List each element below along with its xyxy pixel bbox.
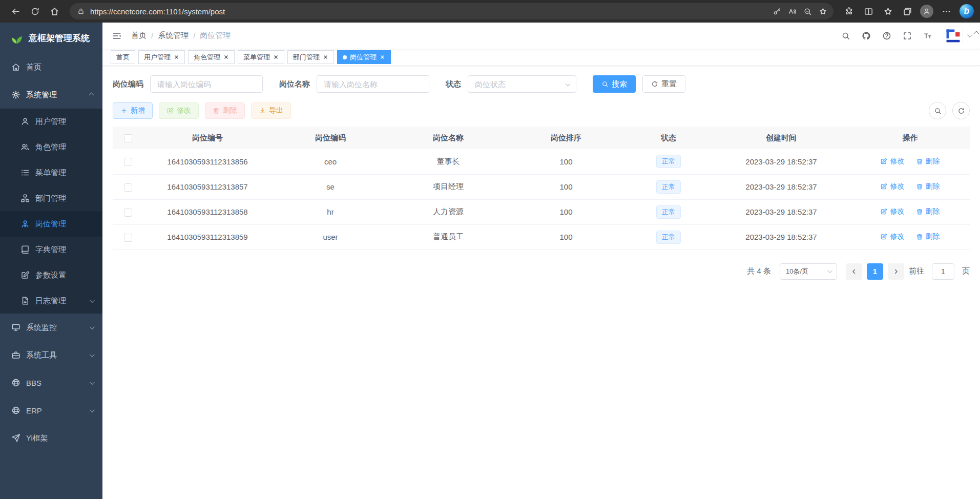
sidebar-item[interactable]: 岗位管理: [0, 211, 102, 237]
sidebar-item[interactable]: BBS: [0, 369, 102, 397]
favorites-bar-icon[interactable]: [879, 2, 897, 20]
tab[interactable]: 首页: [111, 50, 135, 64]
favorite-star-icon[interactable]: [815, 4, 830, 19]
sidebar-item[interactable]: ERP: [0, 397, 102, 424]
tab[interactable]: 角色管理: [188, 50, 235, 64]
cell-post-code: hr: [272, 199, 389, 224]
prev-page-button[interactable]: [846, 263, 862, 280]
next-page-button[interactable]: [888, 263, 904, 280]
row-delete-link[interactable]: 删除: [916, 207, 940, 216]
row-delete-link[interactable]: 删除: [916, 157, 940, 166]
bing-icon[interactable]: b: [960, 4, 974, 18]
zoom-out-icon[interactable]: [800, 4, 815, 19]
tab[interactable]: 菜单管理: [238, 50, 284, 64]
row-delete-link[interactable]: 删除: [916, 232, 940, 241]
app-logo[interactable]: 意框架管理系统: [0, 23, 102, 53]
goto-page-input[interactable]: [932, 263, 954, 280]
sidebar-item[interactable]: 系统监控: [0, 314, 102, 341]
breadcrumb-home[interactable]: 首页: [131, 31, 147, 40]
post-code-input[interactable]: [150, 75, 263, 93]
collections-icon[interactable]: [898, 2, 916, 20]
sidebar-item[interactable]: 部门管理: [0, 185, 102, 211]
export-button[interactable]: 导出: [251, 102, 291, 119]
row-edit-link[interactable]: 修改: [880, 182, 904, 191]
breadcrumb-system[interactable]: 系统管理: [158, 31, 189, 40]
refresh-table-button[interactable]: [952, 102, 970, 119]
split-screen-icon[interactable]: [859, 2, 878, 20]
browser-profile-avatar[interactable]: [918, 2, 936, 20]
browser-refresh-button[interactable]: [26, 2, 44, 20]
tab[interactable]: 岗位管理: [337, 50, 391, 64]
main-panel: 首页 / 系统管理 / 岗位管理: [102, 23, 980, 499]
status-badge: 正常: [656, 205, 681, 219]
user-avatar-menu[interactable]: [944, 26, 971, 45]
sidebar-toggle-icon[interactable]: [112, 31, 122, 41]
table-row: 1641030593112313857 se 项目经理 100 正常 2023-…: [113, 174, 970, 199]
font-size-icon[interactable]: [923, 31, 932, 40]
menu-item-label: 系统管理: [26, 90, 57, 100]
status-select[interactable]: [468, 75, 576, 93]
add-button[interactable]: 新增: [113, 102, 153, 119]
read-aloud-icon[interactable]: [784, 4, 800, 19]
search-button[interactable]: 搜索: [593, 75, 636, 93]
sidebar-item[interactable]: 系统管理: [0, 81, 102, 109]
column-header: 岗位名称: [389, 127, 507, 149]
column-header: 操作: [850, 127, 970, 149]
row-checkbox[interactable]: [124, 209, 132, 217]
sidebar-item[interactable]: 首页: [0, 53, 102, 81]
chevron-icon: [90, 324, 95, 329]
sidebar-item[interactable]: 日志管理: [0, 288, 102, 314]
cell-post-code: ceo: [272, 149, 389, 174]
sidebar-item[interactable]: 角色管理: [0, 134, 102, 160]
tab-close-icon[interactable]: [174, 54, 179, 60]
row-checkbox[interactable]: [124, 183, 132, 192]
status-label: 状态: [446, 79, 461, 89]
sidebar-item[interactable]: 用户管理: [0, 109, 102, 134]
scrollbar-up-arrow-icon[interactable]: [974, 32, 978, 36]
tab[interactable]: 部门管理: [287, 50, 334, 64]
row-checkbox[interactable]: [124, 234, 132, 242]
menu-item-icon: [11, 406, 20, 415]
row-delete-label: 删除: [926, 157, 940, 166]
row-checkbox[interactable]: [124, 158, 132, 166]
page-size-select[interactable]: 10条/页: [780, 263, 837, 280]
page-number-button[interactable]: 1: [867, 263, 883, 280]
tab-close-icon[interactable]: [273, 54, 279, 60]
app-shell: 意框架管理系统 首页 系统管理 用户管理: [0, 23, 980, 499]
sidebar-item[interactable]: 系统工具: [0, 341, 102, 369]
help-question-icon[interactable]: [882, 31, 891, 40]
browser-back-button[interactable]: [6, 2, 25, 20]
pagination: 共 4 条 10条/页 1 前往 页: [113, 263, 970, 280]
reset-button[interactable]: 重置: [642, 75, 685, 93]
sidebar-item[interactable]: Yi框架: [0, 424, 102, 452]
github-icon[interactable]: [862, 31, 871, 40]
url-text[interactable]: https://ccnetcore.com:1101/system/post: [90, 7, 769, 16]
select-all-checkbox[interactable]: [124, 134, 132, 142]
password-key-icon[interactable]: [769, 4, 784, 19]
edit-button[interactable]: 修改: [159, 102, 199, 119]
tab-close-icon[interactable]: [323, 54, 328, 60]
sidebar-item[interactable]: 参数设置: [0, 262, 102, 288]
browser-home-button[interactable]: [45, 2, 64, 20]
browser-more-menu-icon[interactable]: [937, 2, 955, 20]
toggle-search-button[interactable]: [929, 102, 946, 119]
header-checkbox-cell: [113, 127, 143, 149]
fullscreen-icon[interactable]: [903, 31, 912, 40]
header-search-icon[interactable]: [841, 31, 850, 40]
tab[interactable]: 用户管理: [138, 50, 185, 64]
row-edit-link[interactable]: 修改: [880, 207, 904, 216]
trash-icon: [916, 158, 923, 165]
tab-close-icon[interactable]: [223, 54, 229, 60]
row-edit-link[interactable]: 修改: [880, 157, 904, 166]
sidebar-item[interactable]: 字典管理: [0, 237, 102, 262]
tab-label: 首页: [116, 53, 130, 62]
address-bar[interactable]: https://ccnetcore.com:1101/system/post: [70, 3, 833, 19]
extensions-icon[interactable]: [840, 2, 858, 20]
row-edit-link[interactable]: 修改: [880, 232, 904, 241]
row-delete-link[interactable]: 删除: [916, 182, 940, 191]
post-name-input[interactable]: [317, 75, 429, 93]
tab-close-icon[interactable]: [380, 54, 385, 60]
cell-post-id: 1641030593112313856: [143, 149, 272, 174]
sidebar-item[interactable]: 菜单管理: [0, 160, 102, 185]
delete-button[interactable]: 删除: [205, 102, 245, 119]
